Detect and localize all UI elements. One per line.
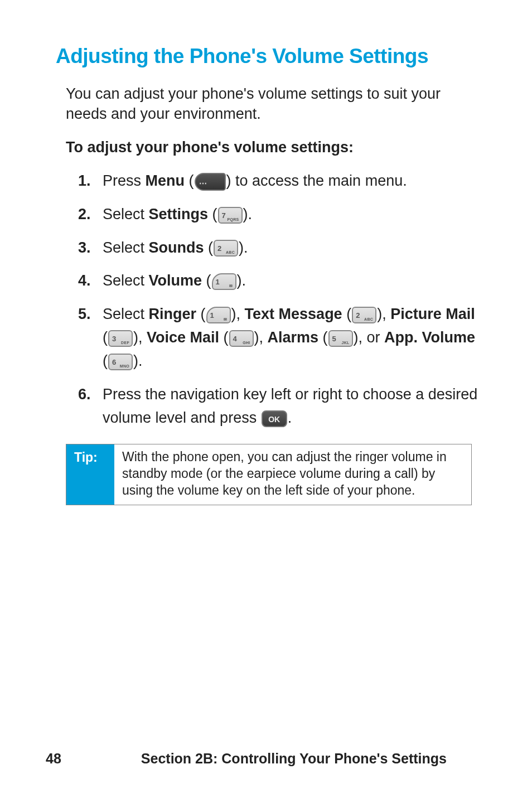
- instruction-subhead: To adjust your phone's volume settings:: [66, 139, 482, 156]
- step-number: 6.: [78, 383, 103, 407]
- step-body: Select Volume (1✉).: [103, 269, 482, 293]
- step-5: 5. Select Ringer (1✉), Text Message (2AB…: [78, 303, 482, 373]
- key-sub: JKL: [341, 335, 349, 351]
- step-number: 2.: [78, 203, 103, 226]
- key-2-icon: 2ABC: [352, 307, 376, 323]
- step-text: ).: [133, 352, 143, 369]
- step-text: ),: [254, 329, 268, 346]
- step-text: (: [318, 329, 328, 346]
- step-number: 3.: [78, 236, 103, 260]
- action-label: Menu: [146, 172, 185, 189]
- action-label: Voice Mail: [147, 329, 219, 346]
- key-digit: 2: [217, 244, 221, 253]
- key-sub: DEF: [121, 335, 129, 351]
- key-digit: 6: [112, 358, 116, 366]
- step-text: (: [103, 352, 108, 369]
- step-text: ), or: [354, 329, 385, 346]
- key-sub: ABC: [226, 245, 235, 260]
- step-text: ).: [237, 272, 246, 289]
- key-digit: 4: [233, 335, 237, 343]
- action-label: Volume: [149, 272, 202, 289]
- step-text: Press: [103, 172, 146, 189]
- step-text: ),: [231, 306, 245, 322]
- action-label: App. Volume: [384, 329, 475, 346]
- step-text: ).: [243, 206, 253, 223]
- step-text: (: [208, 206, 217, 223]
- key-1-icon: 1✉: [212, 273, 236, 290]
- key-3-icon: 3DEF: [108, 330, 133, 347]
- action-label: Picture Mail: [390, 306, 475, 322]
- step-text: (: [202, 272, 211, 289]
- key-digit: 7: [222, 211, 226, 220]
- step-number: 4.: [78, 269, 103, 293]
- key-1-icon: 1✉: [206, 307, 231, 323]
- ok-key-icon: OK: [262, 410, 287, 427]
- menu-key-icon: [195, 173, 226, 191]
- step-text: (: [196, 306, 206, 322]
- action-label: Text Message: [245, 306, 342, 322]
- step-number: 5.: [78, 303, 103, 326]
- key-sub: MNO: [120, 359, 129, 374]
- step-body: Select Settings (7PQRS).: [103, 203, 482, 226]
- step-body: Press the navigation key left or right t…: [103, 383, 482, 430]
- step-text: .: [288, 409, 292, 426]
- key-digit: 3: [112, 335, 116, 343]
- key-sub: PQRS: [228, 212, 239, 228]
- step-text: (: [204, 239, 214, 256]
- action-label: Settings: [149, 206, 209, 223]
- key-digit: 1: [210, 311, 214, 320]
- step-3: 3. Select Sounds (2ABC).: [78, 236, 482, 260]
- tip-label: Tip:: [66, 444, 114, 505]
- tip-text: With the phone open, you can adjust the …: [114, 444, 471, 505]
- step-text: ) to access the main menu.: [226, 172, 407, 189]
- key-sub: GHI: [243, 335, 250, 351]
- step-text: (: [219, 329, 229, 346]
- intro-paragraph: You can adjust your phone's volume setti…: [66, 84, 476, 124]
- step-text: Select: [103, 272, 149, 289]
- key-7-icon: 7PQRS: [218, 207, 243, 224]
- key-sub: ✉: [229, 278, 233, 294]
- step-1: 1. Press Menu () to access the main menu…: [78, 170, 482, 193]
- step-body: Press Menu () to access the main menu.: [103, 170, 482, 193]
- page-footer: 48 Section 2B: Controlling Your Phone's …: [0, 751, 532, 767]
- key-2-icon: 2ABC: [214, 240, 238, 257]
- key-digit: 1: [216, 278, 220, 286]
- action-label: Alarms: [268, 329, 319, 346]
- page-number: 48: [46, 751, 61, 767]
- step-2: 2. Select Settings (7PQRS).: [78, 203, 482, 226]
- step-4: 4. Select Volume (1✉).: [78, 269, 482, 293]
- step-text: (: [342, 306, 352, 322]
- step-text: ),: [133, 329, 147, 346]
- key-6-icon: 6MNO: [108, 354, 133, 370]
- action-label: Sounds: [149, 239, 204, 256]
- step-6: 6. Press the navigation key left or righ…: [78, 383, 482, 430]
- action-label: Ringer: [149, 306, 197, 322]
- key-digit: 2: [356, 311, 360, 320]
- key-digit: 5: [332, 335, 336, 343]
- key-sub: ABC: [364, 312, 373, 327]
- step-text: ),: [377, 306, 390, 322]
- steps-list: 1. Press Menu () to access the main menu…: [78, 170, 482, 430]
- key-4-icon: 4GHI: [229, 330, 254, 347]
- key-sub: ✉: [224, 312, 227, 327]
- step-number: 1.: [78, 170, 103, 193]
- step-body: Select Sounds (2ABC).: [103, 236, 482, 260]
- key-5-icon: 5JKL: [328, 330, 353, 347]
- section-title: Section 2B: Controlling Your Phone's Set…: [61, 751, 482, 767]
- step-text: Select: [103, 306, 149, 322]
- step-text: ).: [239, 239, 248, 256]
- step-text: Select: [103, 239, 149, 256]
- step-text: (: [185, 172, 194, 189]
- page-heading: Adjusting the Phone's Volume Settings: [56, 45, 482, 68]
- tip-box: Tip: With the phone open, you can adjust…: [66, 444, 472, 505]
- step-body: Select Ringer (1✉), Text Message (2ABC),…: [103, 303, 482, 373]
- step-text: (: [103, 329, 108, 346]
- step-text: Select: [103, 206, 149, 223]
